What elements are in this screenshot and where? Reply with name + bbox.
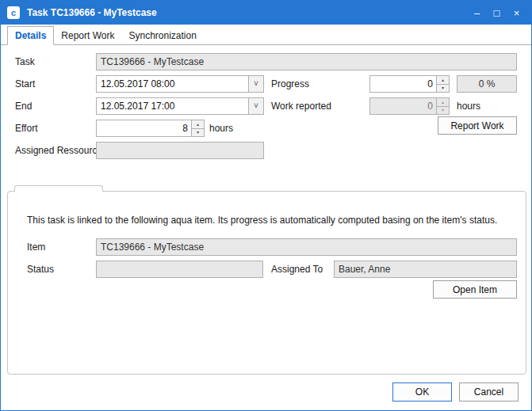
maximize-button[interactable]: □ [487, 1, 507, 25]
progress-spinner[interactable]: 0 ▴ ▾ [369, 75, 450, 93]
assigned-ressource-label: Assigned Ressource [15, 142, 102, 159]
work-reported-spinner: 0 ▴ ▾ [369, 97, 450, 115]
minimize-button[interactable]: – [467, 1, 487, 25]
close-button[interactable]: × [507, 1, 526, 25]
spinner-up-icon: ▴ [437, 98, 449, 106]
tab-details[interactable]: Details [7, 26, 54, 45]
spinner-down-icon[interactable]: ▾ [437, 84, 449, 93]
assigned-to-field: Bauer, Anne [334, 261, 517, 278]
effort-unit-label: hours [209, 120, 233, 137]
app-icon: c [7, 6, 20, 19]
effort-spinner-arrows: ▴ ▾ [191, 120, 204, 136]
open-item-button[interactable]: Open Item [433, 280, 517, 299]
progress-value: 0 [370, 76, 436, 92]
progress-label: Progress [271, 75, 309, 93]
groupbox-tab-notch [14, 185, 103, 192]
work-reported-unit-label: hours [457, 97, 480, 115]
effort-label: Effort [15, 120, 37, 137]
spinner-up-icon[interactable]: ▴ [192, 120, 204, 128]
titlebar[interactable]: c Task TC139666 - MyTestcase – □ × [1, 1, 531, 25]
spinner-down-icon[interactable]: ▾ [192, 128, 204, 137]
end-dropdown-button[interactable]: ˅ [248, 98, 263, 114]
start-date-value: 12.05.2017 08:00 [97, 76, 248, 92]
ok-button[interactable]: OK [392, 382, 452, 401]
status-label: Status [27, 261, 54, 278]
spinner-up-icon[interactable]: ▴ [437, 76, 449, 84]
minimize-icon: – [474, 7, 480, 19]
assigned-ressource-field [96, 142, 264, 159]
linked-item-description: This task is linked to the following aqu… [27, 215, 520, 226]
work-reported-value: 0 [370, 98, 436, 114]
item-label: Item [27, 238, 45, 256]
close-icon: × [514, 7, 520, 19]
start-dropdown-button[interactable]: ˅ [248, 76, 263, 92]
effort-value: 8 [97, 120, 191, 136]
task-label: Task [15, 53, 35, 70]
progress-percent-field: 0 % [457, 75, 517, 93]
end-date-value: 12.05.2017 17:00 [97, 98, 248, 114]
maximize-icon: □ [494, 7, 500, 19]
assigned-to-label: Assigned To [271, 261, 323, 278]
end-date-combo[interactable]: 12.05.2017 17:00 ˅ [96, 97, 264, 115]
task-dialog-window: c Task TC139666 - MyTestcase – □ × Detai… [0, 0, 532, 411]
work-reported-label: Work reported [271, 97, 331, 115]
progress-spinner-arrows: ▴ ▾ [436, 76, 449, 92]
start-label: Start [15, 75, 35, 93]
chevron-down-icon: ˅ [254, 80, 258, 88]
tab-report-work[interactable]: Report Work [54, 27, 121, 44]
item-field: TC139666 - MyTestcase [96, 238, 517, 256]
tab-strip: Details Report Work Synchronization [1, 26, 531, 45]
chevron-down-icon: ˅ [254, 102, 258, 110]
task-field: TC139666 - MyTestcase [96, 53, 517, 70]
window-title: Task TC139666 - MyTestcase [27, 7, 157, 18]
cancel-button[interactable]: Cancel [459, 382, 519, 401]
effort-spinner[interactable]: 8 ▴ ▾ [96, 120, 205, 137]
tab-synchronization[interactable]: Synchronization [122, 27, 204, 44]
status-field [96, 261, 263, 278]
report-work-button[interactable]: Report Work [438, 116, 517, 135]
start-date-combo[interactable]: 12.05.2017 08:00 ˅ [96, 75, 264, 93]
window-controls: – □ × [467, 1, 531, 25]
spinner-down-icon: ▾ [437, 106, 449, 115]
end-label: End [15, 97, 32, 115]
work-reported-spinner-arrows: ▴ ▾ [436, 98, 449, 114]
